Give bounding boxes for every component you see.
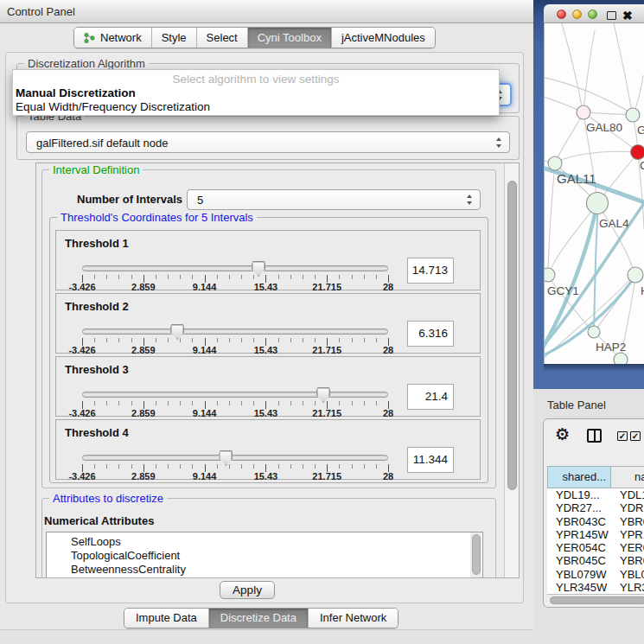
tick-label: 21.715: [312, 408, 341, 418]
table-cell: YER054C: [547, 541, 615, 554]
node-hap2[interactable]: [588, 326, 600, 338]
table-row[interactable]: YBR045CYBR0: [547, 554, 644, 567]
threshold-value-input[interactable]: 21.4: [407, 384, 454, 410]
table-data-combobox[interactable]: galFiltered.sif default node: [26, 131, 510, 153]
popup-option-equal-width[interactable]: Equal Width/Frequency Discretization: [16, 100, 210, 113]
float-window-icon[interactable]: [607, 11, 616, 20]
node-gal11[interactable]: [548, 156, 562, 170]
threshold-value-input[interactable]: 6.316: [407, 321, 454, 347]
table-row[interactable]: YDL19...YDL1: [547, 488, 644, 501]
tick-label: 28: [383, 471, 393, 481]
close-traffic-light[interactable]: [557, 10, 566, 19]
network-canvas[interactable]: GAL80 GA C GAL11 GAL4 GCY1 H HAP2: [544, 23, 644, 364]
list-item[interactable]: SelfLoops: [47, 532, 482, 549]
group-title: Attributes to discretize: [49, 492, 167, 505]
table-row[interactable]: YBL079WYBL0: [547, 568, 644, 581]
tab-select[interactable]: Select: [196, 28, 247, 48]
table-row[interactable]: YDR27...YDR2: [547, 501, 644, 514]
slider-track[interactable]: [82, 455, 388, 461]
tab-discretize-data[interactable]: Discretize Data: [208, 609, 308, 628]
tab-network[interactable]: Network: [74, 28, 151, 48]
num-intervals-combobox[interactable]: 5: [187, 189, 481, 210]
tick-label: 2.859: [131, 471, 156, 481]
tick-label: -3.426: [68, 282, 95, 292]
scrollbar-thumb[interactable]: [550, 596, 644, 604]
tick-label: 9.144: [193, 471, 217, 481]
combo-value: 5: [197, 194, 203, 207]
table-cell: YBL079W: [547, 568, 615, 581]
vertical-scrollbar[interactable]: [504, 163, 520, 577]
tab-label: Infer Network: [320, 609, 386, 628]
table-cell: YBR045C: [547, 554, 615, 567]
attribute-list: SelfLoops TopologicalCoefficient Between…: [46, 532, 483, 578]
checkbox-icon[interactable]: ✓: [617, 431, 628, 441]
table-row[interactable]: YLR345WYLR3: [547, 581, 644, 594]
threshold-label: Threshold 4: [65, 426, 129, 439]
combo-arrows-icon: [496, 137, 502, 148]
table-cell: YDR27...: [547, 501, 615, 514]
threshold-label: Threshold 3: [65, 363, 129, 376]
table-cell: YER0: [615, 541, 644, 554]
tab-jactivemnodules[interactable]: jActiveMNodules: [331, 28, 435, 48]
column-header-shared-name[interactable]: shared...: [547, 466, 611, 488]
minimize-traffic-light[interactable]: [572, 10, 582, 19]
list-item[interactable]: BetweennessCentrality: [47, 563, 482, 577]
num-intervals-label: Number of Intervals: [77, 193, 182, 206]
slider-track[interactable]: [82, 392, 388, 398]
table-row[interactable]: YER054CYER0: [547, 541, 644, 554]
horizontal-scrollbar[interactable]: [547, 594, 644, 605]
algorithm-dropdown-popup: Select algorithm to view settings Manual…: [12, 69, 500, 116]
threshold-value-input[interactable]: 14.713: [407, 258, 454, 284]
group-title: Discretization Algorithm: [24, 57, 149, 70]
column-header-name[interactable]: na: [611, 466, 644, 488]
node-right[interactable]: [628, 267, 643, 283]
tab-label: Select: [207, 28, 238, 48]
threshold-value-input[interactable]: 11.344: [407, 447, 454, 473]
popup-option-manual[interactable]: Manual Discretization: [16, 86, 136, 99]
table-panel-title: Table Panel: [547, 399, 606, 411]
tab-impute-data[interactable]: Impute Data: [124, 609, 208, 628]
table-row[interactable]: YPR145WYPR1: [547, 528, 644, 541]
tick-labels: -3.4262.8599.14415.4321.71528: [82, 282, 388, 292]
scrollbar-thumb[interactable]: [507, 181, 517, 490]
table-rows: YDL19...YDL1YDR27...YDR2YBR043CYBR0YPR14…: [547, 488, 644, 594]
table-cell: YBR0: [615, 515, 644, 528]
table-cell: YBL0: [615, 568, 644, 581]
node-bottom[interactable]: [614, 353, 628, 364]
tick-label: -3.426: [68, 408, 95, 418]
gear-icon[interactable]: ⚙: [555, 426, 570, 443]
node-green-1[interactable]: [626, 108, 640, 122]
tab-infer-network[interactable]: Infer Network: [308, 609, 398, 628]
slider-track[interactable]: [82, 328, 388, 335]
node-gal4[interactable]: [587, 193, 609, 214]
node-red[interactable]: [631, 145, 644, 160]
panel-title: Control Panel: [7, 5, 75, 18]
split-view-icon[interactable]: [587, 429, 602, 443]
list-scrollbar[interactable]: [470, 532, 481, 577]
slider-track[interactable]: [82, 265, 388, 271]
status-strip: [0, 630, 533, 644]
node-gal80[interactable]: [577, 105, 590, 119]
node-label-gal11: GAL11: [557, 171, 596, 186]
tab-style[interactable]: Style: [151, 28, 196, 48]
checkbox-icon[interactable]: ✓: [630, 431, 641, 441]
tab-cyni-toolbox[interactable]: Cyni Toolbox: [247, 28, 331, 48]
table-cell: YPR145W: [547, 528, 615, 541]
threshold-coordinates-group: Threshold's Coordinates for 5 Intervals …: [49, 217, 488, 483]
tick-label: 9.144: [193, 345, 217, 355]
apply-button[interactable]: Apply: [220, 581, 275, 599]
tick-label: 2.859: [131, 282, 156, 292]
tick-label: 15.43: [254, 282, 278, 292]
interval-definition-group: Interval Definition Number of Intervals …: [41, 169, 496, 488]
node-label-gal80: GAL80: [586, 121, 622, 134]
table-row[interactable]: YBR043CYBR0: [547, 515, 644, 528]
node-label-partial-c: C: [640, 159, 644, 172]
list-item[interactable]: TopologicalCoefficient: [47, 549, 482, 563]
node-gcy1[interactable]: [545, 268, 555, 282]
close-icon[interactable]: ✖: [622, 10, 633, 21]
settings-scrollpane: Interval Definition Number of Intervals …: [35, 163, 520, 578]
control-panel: Control Panel Network Style Select Cyni …: [0, 0, 533, 644]
network-window-titlebar[interactable]: ✖: [544, 4, 644, 23]
zoom-traffic-light[interactable]: [588, 10, 597, 19]
tick-label: -3.426: [68, 345, 95, 355]
